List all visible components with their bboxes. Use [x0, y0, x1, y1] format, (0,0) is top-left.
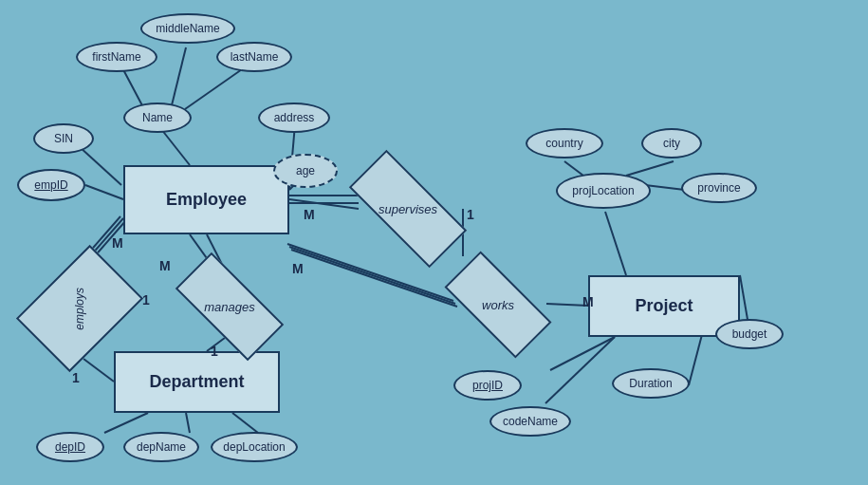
cardinality-works-employee-m: M — [292, 261, 304, 276]
cardinality-supervises-1: 1 — [467, 207, 474, 222]
svg-line-31 — [104, 413, 148, 433]
svg-line-24 — [564, 161, 583, 176]
city-attribute: city — [641, 128, 702, 159]
manages-relationship: manages — [178, 281, 281, 332]
budget-attribute: budget — [715, 319, 784, 349]
svg-line-6 — [171, 47, 186, 109]
svg-line-2 — [85, 185, 123, 199]
department-entity: Department — [114, 351, 280, 413]
address-attribute: address — [258, 103, 330, 133]
cardinality-employs-dept-1: 1 — [72, 370, 80, 385]
cardinality-supervises-employee-m: M — [304, 207, 315, 222]
empid-attribute: empID — [17, 169, 85, 201]
svg-line-8 — [289, 199, 359, 209]
supervises-relationship: supervises — [351, 182, 465, 235]
employee-entity: Employee — [123, 165, 289, 234]
er-diagram: Employee Department Project empID SIN Na… — [0, 0, 868, 485]
age-attribute: age — [273, 154, 338, 188]
employs-relationship: employs — [42, 256, 118, 361]
cardinality-works-project-m: M — [582, 294, 594, 309]
depid-attribute: depID — [36, 432, 104, 462]
depname-attribute: depName — [123, 432, 199, 462]
sin-attribute: SIN — [33, 123, 94, 154]
svg-line-16 — [83, 359, 114, 382]
works-relationship: works — [448, 279, 548, 330]
cardinality-manages-dept-1: 1 — [211, 344, 218, 359]
cardinality-manages-employee-1: 1 — [142, 292, 150, 308]
cardinality-manages-employee-m: M — [159, 258, 171, 273]
projid-attribute: projID — [453, 370, 522, 401]
svg-line-30 — [545, 337, 615, 403]
svg-line-25 — [626, 161, 674, 176]
duration-attribute: Duration — [612, 368, 690, 399]
codename-attribute: codeName — [489, 406, 571, 437]
firstname-attribute: firstName — [76, 42, 157, 72]
lastname-attribute: lastName — [216, 42, 292, 72]
cardinality-employee-employs-m: M — [112, 235, 123, 251]
province-attribute: province — [681, 173, 757, 203]
deplocation-attribute: depLocation — [211, 432, 298, 462]
svg-line-29 — [550, 337, 615, 370]
country-attribute: country — [526, 128, 603, 159]
name-attribute: Name — [123, 103, 192, 133]
svg-line-23 — [605, 212, 626, 275]
svg-line-33 — [232, 413, 258, 433]
middlename-attribute: middleName — [140, 13, 235, 44]
projlocation-attribute: projLocation — [556, 173, 651, 209]
svg-line-32 — [186, 413, 190, 433]
